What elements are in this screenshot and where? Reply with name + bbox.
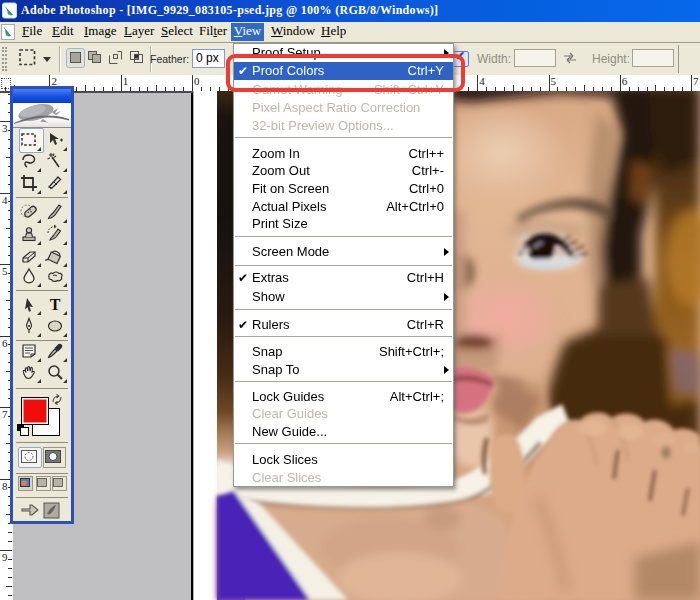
svg-text:T: T — [50, 296, 61, 313]
